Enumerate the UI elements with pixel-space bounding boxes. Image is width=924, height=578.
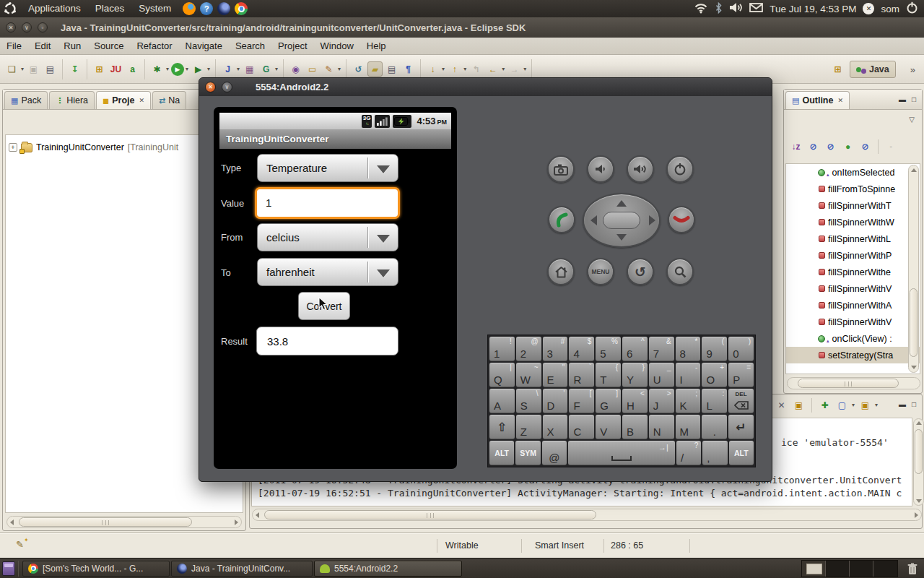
end-call-button[interactable] [668, 206, 695, 233]
show-desktop-button[interactable] [2, 561, 15, 576]
generate-icon[interactable]: G [258, 61, 274, 77]
key-t[interactable]: T{ [596, 363, 621, 387]
value-input[interactable]: 1 [255, 187, 400, 219]
hide-static-members-icon[interactable]: ⊘ [823, 139, 838, 154]
eclipse-titlebar[interactable]: ✕ ∨ ▫ Java - TrainingUnitConverter/src/t… [0, 17, 924, 38]
taskbar-item-chrome[interactable]: [Som's Tech World... - G... [22, 561, 170, 577]
volume-down-button[interactable] [587, 155, 614, 183]
outline-item[interactable]: fillSpinnerWithP [786, 247, 920, 264]
eclipse-menu-help[interactable]: Help [360, 40, 393, 51]
menu-applications[interactable]: Applications [21, 3, 88, 14]
pin-console-icon[interactable]: ✚ [817, 397, 832, 413]
key-7[interactable]: 7& [649, 337, 674, 361]
explorer-hscrollbar[interactable] [6, 516, 242, 528]
open-console-dropdown-icon[interactable]: ▾ [875, 402, 878, 408]
key-alt[interactable]: ALT [489, 441, 514, 465]
key-@[interactable]: @ [542, 441, 567, 465]
search-button[interactable] [666, 258, 694, 285]
key-enter[interactable]: ↵ [728, 415, 754, 439]
dpad-down-icon[interactable] [616, 234, 627, 241]
eclipse-menu-edit[interactable]: Edit [28, 40, 57, 51]
display-selected-console-icon[interactable]: ▢ [834, 397, 850, 413]
volume-icon[interactable] [729, 2, 743, 15]
tab-outline[interactable]: ▤ Outline ✕ [785, 91, 850, 109]
key-9[interactable]: 9( [702, 337, 727, 361]
window-maximize-icon[interactable]: ▫ [38, 22, 48, 33]
workspace-2[interactable] [826, 561, 850, 577]
hide-fields-icon[interactable]: ⊘ [806, 139, 821, 154]
key-1[interactable]: 1! [489, 337, 515, 361]
window-close-icon[interactable]: ✕ [6, 22, 16, 33]
tab-na[interactable]: ⇄Na [152, 91, 186, 109]
key-l[interactable]: L: [702, 389, 727, 413]
workspace-4[interactable] [873, 561, 897, 577]
search-dropdown-icon[interactable]: ▾ [338, 66, 341, 72]
window-minimize-icon[interactable]: ∨ [22, 22, 32, 33]
close-tab-icon[interactable]: ✕ [139, 97, 144, 104]
emulator-minimize-icon[interactable]: ∨ [222, 82, 232, 92]
taskbar-item-eclipse[interactable]: Java - TrainingUnitConv... [171, 561, 313, 577]
tab-proje[interactable]: ◼Proje✕ [96, 91, 151, 109]
key-u[interactable]: U_ [649, 363, 674, 387]
key-,[interactable]: , [702, 441, 727, 465]
dpad[interactable] [583, 193, 661, 248]
key-m[interactable]: M [676, 415, 701, 439]
key-6[interactable]: 6^ [622, 337, 648, 361]
firefox-launcher-icon[interactable] [183, 2, 196, 15]
tree-expander-icon[interactable]: + [9, 143, 17, 152]
view-menu-icon[interactable]: ▽ [909, 116, 915, 124]
key-n[interactable]: N [649, 415, 674, 439]
dpad-left-icon[interactable] [590, 215, 597, 225]
dpad-right-icon[interactable] [649, 215, 655, 225]
hide-local-types-icon[interactable]: ⊘ [858, 139, 873, 154]
menu-system[interactable]: System [131, 3, 178, 14]
new-java-package-icon[interactable]: ⊞ [92, 61, 107, 77]
key-h[interactable]: H< [622, 389, 648, 413]
back-dropdown-icon[interactable]: ▾ [502, 66, 505, 72]
help-launcher-icon[interactable]: ? [200, 2, 213, 15]
outline-item[interactable]: fillSpinnerWithT [786, 197, 920, 214]
eclipse-menu-search[interactable]: Search [229, 40, 271, 51]
new-junit-test-icon[interactable]: JU [108, 61, 123, 77]
outline-hscrollbar[interactable] [787, 377, 920, 389]
outline-item[interactable]: ▴onClick(View) : [786, 330, 920, 347]
to-spinner[interactable]: fahrenheit [257, 258, 398, 286]
key-space[interactable]: →| [568, 441, 675, 465]
previous-annotation-icon[interactable]: ↑ [447, 61, 462, 77]
key-0[interactable]: 0) [728, 337, 754, 361]
key-b[interactable]: B [622, 415, 648, 439]
key-v[interactable]: V [596, 415, 621, 439]
project-tree-item[interactable]: + TrainingUnitConverter [TrainingUnit [9, 142, 178, 152]
search-icon[interactable]: ✎ [321, 61, 336, 77]
previous-annotation-dropdown-icon[interactable]: ▾ [463, 66, 466, 72]
toolbar-overflow-icon[interactable]: » [910, 64, 915, 75]
key-alt[interactable]: SYM [515, 441, 540, 465]
open-perspective-icon[interactable]: ⊞ [830, 62, 845, 77]
eclipse-menu-source[interactable]: Source [87, 40, 130, 51]
new-android-project-icon[interactable]: a [125, 61, 140, 77]
key-k[interactable]: K; [676, 389, 701, 413]
link-with-editor-disabled-icon[interactable]: ◦ [884, 139, 899, 154]
taskbar-item-android[interactable]: 5554:Android2.2 [314, 561, 462, 577]
key-f[interactable]: F[ [569, 389, 594, 413]
outline-item[interactable]: fillSpinnerWithA [786, 297, 920, 314]
close-tab-icon[interactable]: ✕ [837, 97, 843, 104]
outline-item[interactable]: fillSpinnerWithW [786, 214, 920, 230]
open-resource-icon[interactable]: ▭ [305, 61, 320, 77]
eclipse-menu-navigate[interactable]: Navigate [179, 40, 229, 51]
tab-hiera[interactable]: ⋮Hiera [49, 91, 95, 109]
clock[interactable]: Tue Jul 19, 4:53 PM [770, 4, 856, 14]
new-data-grid-icon[interactable]: ▦ [242, 61, 257, 77]
outline-item[interactable]: setStrategy(Stra [786, 347, 920, 363]
key-shift[interactable]: ⇧ [489, 415, 515, 439]
debug-dropdown-icon[interactable]: ▾ [166, 66, 169, 72]
emulator-close-icon[interactable]: ✕ [205, 82, 216, 92]
minimize-console-icon[interactable]: ▬ [899, 400, 906, 408]
perspective-java-button[interactable]: Java [850, 61, 896, 78]
new-java-element-dropdown-icon[interactable]: ▾ [237, 66, 240, 72]
key-w[interactable]: W~ [516, 363, 541, 387]
outline-item[interactable]: ▴onItemSelected [786, 164, 920, 181]
key-8[interactable]: 8* [676, 337, 701, 361]
key-alt[interactable]: ALT [729, 441, 754, 465]
wifi-icon[interactable] [694, 2, 708, 16]
